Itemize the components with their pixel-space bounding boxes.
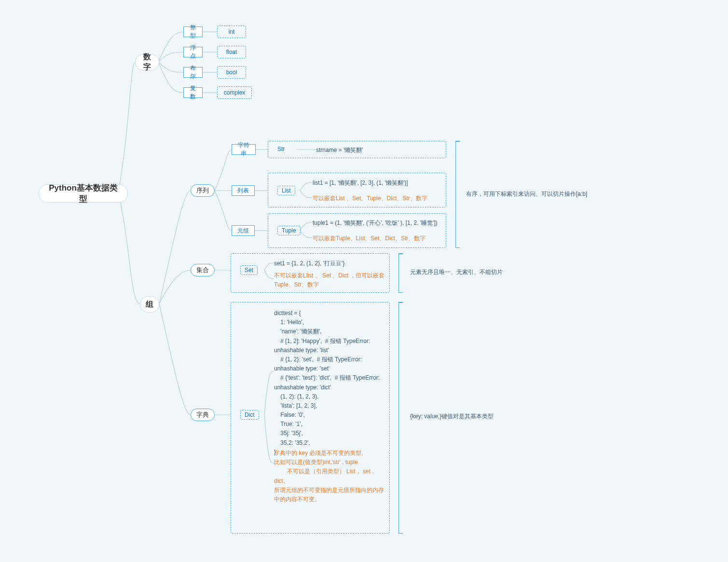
sequence-note: 有序，可用下标索引来访问、可以切片操作[a:b] bbox=[466, 190, 601, 198]
set-note: 元素无序且唯一、无索引、不能切片 bbox=[410, 268, 526, 276]
string-en: Str bbox=[277, 146, 285, 152]
num-zh-int: 整型 bbox=[183, 27, 203, 37]
tuple-en: Tuple bbox=[277, 226, 301, 235]
branch-numbers: 数字 bbox=[135, 54, 159, 70]
dict-en: Dict bbox=[240, 410, 259, 420]
seq-string-zh: 字符串 bbox=[232, 144, 256, 155]
num-zh-float: 浮点 bbox=[183, 47, 203, 57]
dict-desc: 字典中的 key 必须是不可变的类型, 比如可以是(值类型)int,'str' … bbox=[274, 449, 385, 504]
set-bracket bbox=[398, 253, 399, 293]
list-nest: 可以嵌套List 、Set、Tuple、Dict、Str、数字 bbox=[313, 194, 427, 203]
set-example: set1 = {1, 2, (1, 2), '打豆豆'} bbox=[274, 259, 344, 268]
list-example: list1 = [1, '懒笑翻', [2, 3], (1, '懒笑翻')] bbox=[313, 178, 408, 188]
dict-code: dicttest = { 1: 'Hello', 'name': '懒笑翻', … bbox=[274, 309, 385, 457]
branch-group: 组 bbox=[140, 296, 159, 313]
seq-tuple-zh: 元组 bbox=[232, 225, 255, 236]
set-en: Set bbox=[240, 265, 258, 275]
sub-dict: 字典 bbox=[191, 409, 215, 421]
root-node: Python基本数据类型 bbox=[39, 184, 128, 203]
dict-bracket bbox=[398, 302, 399, 534]
dict-note: {key: value,}键值对是其基本类型 bbox=[410, 412, 526, 421]
num-en-bool: bool bbox=[217, 66, 246, 79]
tuple-example: tuple1 = (1, '懒笑翻', ('开心', '吃饭' ), [1, 2… bbox=[313, 219, 438, 228]
set-nest: 不可以嵌套Llist 、 Set 、Dict ，但可以嵌套Tuple、Str、数… bbox=[274, 271, 385, 289]
string-example: strname = '懒笑翻' bbox=[316, 146, 363, 155]
seq-list-zh: 列表 bbox=[232, 185, 255, 196]
list-en: List bbox=[277, 186, 295, 195]
sequence-bracket bbox=[455, 141, 456, 248]
tuple-nest: 可以嵌套Tuple、List、Set、Dict、Str、数字 bbox=[313, 234, 426, 243]
num-en-float: float bbox=[217, 46, 246, 58]
num-zh-bool: 布尔 bbox=[183, 67, 203, 78]
sub-sequence: 序列 bbox=[191, 184, 215, 197]
num-en-complex: complex bbox=[217, 86, 252, 99]
num-zh-complex: 复数 bbox=[183, 87, 203, 98]
sub-set: 集合 bbox=[191, 264, 215, 276]
num-en-int: int bbox=[217, 26, 246, 38]
